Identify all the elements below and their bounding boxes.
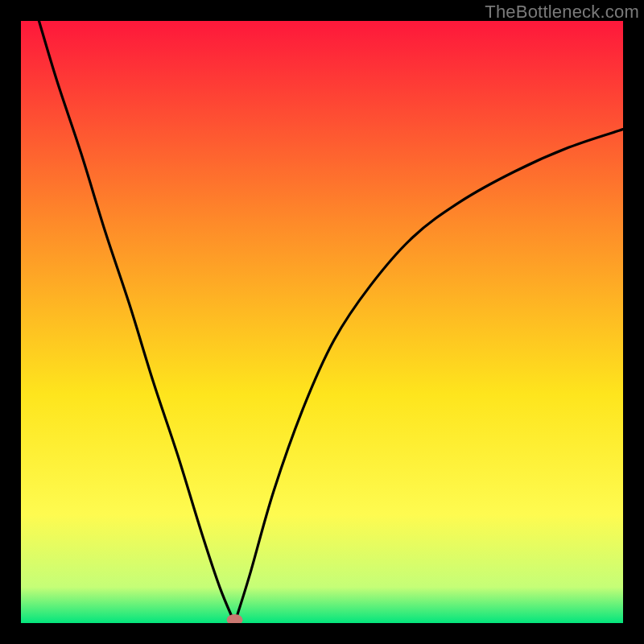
chart-frame: TheBottleneck.com xyxy=(0,0,644,644)
gradient-background xyxy=(21,21,623,623)
chart-svg xyxy=(21,21,623,623)
plot-area xyxy=(21,21,623,623)
watermark-text: TheBottleneck.com xyxy=(485,2,639,23)
